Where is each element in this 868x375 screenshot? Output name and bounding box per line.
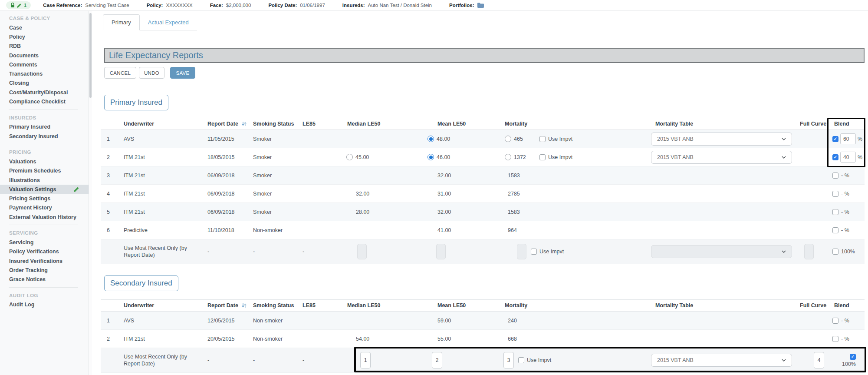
sidebar-item-comments[interactable]: Comments bbox=[0, 60, 89, 69]
mortality-cell: Use Impvt bbox=[488, 244, 647, 259]
row-number: 4 bbox=[101, 191, 118, 197]
median-le50-cell bbox=[339, 244, 420, 259]
col-mortality-table: Mortality Table bbox=[647, 302, 796, 309]
dash: - bbox=[204, 249, 250, 255]
blend-checkbox[interactable] bbox=[832, 336, 838, 342]
blend-checkbox[interactable] bbox=[832, 191, 838, 197]
col-mean-le50: Mean LE50 bbox=[420, 121, 488, 127]
col-le85: LE85 bbox=[299, 121, 339, 127]
mean-le50-radio[interactable] bbox=[427, 136, 434, 142]
median-input-disabled bbox=[357, 244, 367, 259]
cancel-button[interactable]: CANCEL bbox=[104, 67, 136, 79]
most-recent-label: Use Most Recent Only (by Report Date) bbox=[124, 353, 198, 368]
blend-checkbox[interactable] bbox=[832, 173, 838, 179]
sidebar-item-compliance-checklist[interactable]: Compliance Checklist bbox=[0, 97, 89, 106]
sidebar-item-valuation-settings[interactable]: Valuation Settings bbox=[0, 185, 89, 194]
use-impvt-checkbox[interactable] bbox=[539, 154, 546, 160]
use-impvt-checkbox[interactable] bbox=[518, 357, 524, 363]
sidebar-item-cost-maturity-disposal[interactable]: Cost/Maturity/Disposal bbox=[0, 88, 89, 97]
report-date-cell: 11/05/2015 bbox=[204, 136, 250, 142]
blend-input[interactable] bbox=[840, 152, 856, 163]
sidebar-item-policy-verifications[interactable]: Policy Verifications bbox=[0, 247, 89, 256]
report-date-cell: 06/09/2018 bbox=[204, 191, 250, 197]
sidebar-item-rdb[interactable]: RDB bbox=[0, 42, 89, 51]
underwriter-cell: ITM 21st bbox=[118, 191, 204, 197]
sidebar-item-servicing[interactable]: Servicing bbox=[0, 238, 89, 247]
sidebar-item-external-valuation-history[interactable]: External Valuation History bbox=[0, 212, 89, 222]
sidebar-item-valuations[interactable]: Valuations bbox=[0, 157, 89, 166]
col-underwriter: Underwriter bbox=[118, 121, 204, 127]
use-impvt-checkbox[interactable] bbox=[539, 136, 546, 142]
col-smoking-status: Smoking Status bbox=[250, 302, 299, 309]
dash: - bbox=[204, 357, 250, 363]
mortality-radio[interactable] bbox=[505, 154, 511, 160]
blend-cell: - % bbox=[828, 191, 865, 197]
sidebar-item-primary-insured[interactable]: Primary Insured bbox=[0, 123, 89, 132]
mortality-table-select[interactable]: 2015 VBT ANB bbox=[651, 151, 792, 164]
pencil-icon bbox=[17, 3, 22, 8]
sort-icon[interactable] bbox=[241, 303, 247, 308]
sidebar-item-grace-notices[interactable]: Grace Notices bbox=[0, 275, 89, 284]
col-report-date[interactable]: Report Date bbox=[204, 121, 250, 127]
undo-button[interactable]: UNDO bbox=[139, 67, 164, 79]
sort-icon[interactable] bbox=[241, 121, 247, 126]
scrollbar-thumb[interactable] bbox=[89, 13, 92, 98]
sidebar-item-transactions[interactable]: Transactions bbox=[0, 69, 89, 78]
full-curve-input[interactable] bbox=[814, 352, 824, 368]
smoking-status-cell: Non-smoker bbox=[250, 227, 299, 233]
sidebar-item-payment-history[interactable]: Payment History bbox=[0, 203, 89, 212]
col-mortality-table: Mortality Table bbox=[647, 121, 796, 127]
median-le50-radio[interactable] bbox=[346, 154, 353, 160]
mortality-table-select[interactable]: 2015 VBT ANB bbox=[651, 354, 792, 367]
col-report-date[interactable]: Report Date bbox=[204, 302, 250, 309]
blend-checkbox[interactable] bbox=[832, 227, 838, 233]
mortality-cell: 1583 bbox=[488, 173, 536, 179]
chevron-down-icon bbox=[782, 359, 786, 362]
blend-100-checkbox[interactable] bbox=[850, 354, 856, 360]
sidebar-item-closing[interactable]: Closing bbox=[0, 79, 89, 88]
mortality-radio[interactable] bbox=[505, 136, 511, 142]
chevron-down-icon bbox=[782, 156, 786, 159]
save-button[interactable]: SAVE bbox=[170, 67, 195, 79]
chevron-down-icon bbox=[782, 138, 786, 140]
row-number: 2 bbox=[101, 154, 118, 160]
blend-checkbox[interactable] bbox=[832, 154, 838, 160]
folder-icon[interactable] bbox=[477, 3, 484, 8]
mortality-table-select[interactable] bbox=[651, 245, 792, 258]
blend-checkbox[interactable] bbox=[832, 136, 838, 142]
blend-checkbox[interactable] bbox=[832, 318, 838, 324]
use-impvt-checkbox[interactable] bbox=[531, 249, 537, 255]
mean-le50-cell: 31.00 bbox=[420, 191, 488, 197]
sidebar-item-secondary-insured[interactable]: Secondary Insured bbox=[0, 132, 89, 141]
mortality-table-cell: 2015 VBT ANB bbox=[647, 133, 796, 146]
mean-le50-radio[interactable] bbox=[427, 154, 434, 160]
blend-cell: - % bbox=[828, 209, 865, 215]
tab-primary[interactable]: Primary bbox=[103, 14, 140, 30]
blend-input[interactable] bbox=[840, 133, 856, 144]
page-title: Life Expectancy Reports bbox=[104, 48, 865, 63]
mean-input-disabled bbox=[436, 244, 446, 259]
sidebar-item-documents[interactable]: Documents bbox=[0, 51, 89, 60]
median-input[interactable] bbox=[360, 352, 371, 368]
mortality-table-select[interactable]: 2015 VBT ANB bbox=[651, 133, 792, 146]
blend-100-checkbox[interactable] bbox=[832, 249, 838, 255]
sidebar-item-audit-log[interactable]: Audit Log bbox=[0, 300, 89, 309]
full-curve-cell bbox=[796, 352, 828, 368]
sidebar-item-pricing-settings[interactable]: Pricing Settings bbox=[0, 194, 89, 203]
mortality-input-disabled bbox=[517, 244, 526, 259]
sidebar-item-illustrations[interactable]: Illustrations bbox=[0, 176, 89, 185]
tab-actual-expected[interactable]: Actual Expected bbox=[140, 15, 197, 30]
table-row: 1 AVS 12/05/2015 Non-smoker 59.00 240 - … bbox=[101, 312, 865, 330]
mortality-table-cell: 2015 VBT ANB bbox=[647, 354, 796, 367]
sidebar-item-order-tracking[interactable]: Order Tracking bbox=[0, 265, 89, 275]
sidebar-item-premium-schedules[interactable]: Premium Schedules bbox=[0, 166, 89, 176]
blend-checkbox[interactable] bbox=[832, 209, 838, 215]
blend-cell: % bbox=[828, 133, 865, 144]
mean-input[interactable] bbox=[432, 352, 442, 368]
mortality-input[interactable] bbox=[503, 352, 514, 368]
smoking-status-cell: Smoker bbox=[250, 173, 299, 179]
sidebar-item-insured-verifications[interactable]: Insured Verifications bbox=[0, 256, 89, 265]
policy-field: Policy: XXXXXXXX bbox=[147, 3, 193, 8]
sidebar-item-case[interactable]: Case bbox=[0, 23, 89, 32]
sidebar-item-policy[interactable]: Policy bbox=[0, 32, 89, 41]
